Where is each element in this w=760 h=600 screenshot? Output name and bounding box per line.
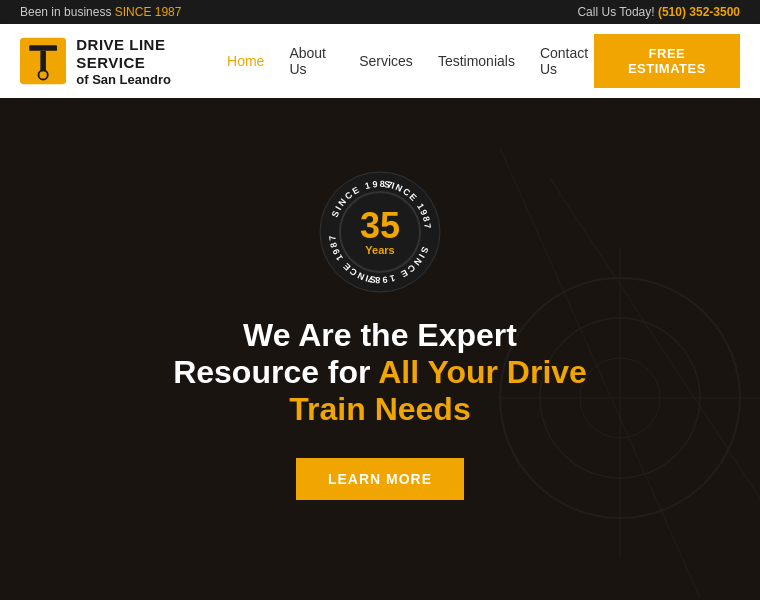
badge-inner: 35 Years <box>339 191 421 273</box>
free-estimates-button[interactable]: FREE ESTIMATES <box>594 34 740 88</box>
headline-line3: Train Needs <box>173 391 587 428</box>
header: DRIVE LINE SERVICE of San Leandro Home A… <box>0 24 760 98</box>
headline-line2: Resource for All Your Drive <box>173 354 587 391</box>
phone-number[interactable]: (510) 352-3500 <box>658 5 740 19</box>
top-bar-right: Call Us Today! (510) 352-3500 <box>577 5 740 19</box>
brand-name: DRIVE LINE SERVICE <box>76 36 227 72</box>
headline-line2-plain: Resource for <box>173 354 378 390</box>
badge-number: 35 <box>360 208 400 244</box>
svg-rect-1 <box>29 45 57 51</box>
nav-about[interactable]: About Us <box>289 45 334 77</box>
nav-testimonials[interactable]: Testimonials <box>438 53 515 69</box>
badge-years: Years <box>365 244 394 256</box>
anniversary-badge: SINCE 1987 SINCE 1987 SINCE 1987 SINCE 1… <box>315 167 445 297</box>
nav-home[interactable]: Home <box>227 53 264 69</box>
headline-line1: We Are the Expert <box>173 317 587 354</box>
svg-rect-2 <box>40 51 46 71</box>
hero-section: SINCE 1987 SINCE 1987 SINCE 1987 SINCE 1… <box>0 98 760 600</box>
logo-text: DRIVE LINE SERVICE of San Leandro <box>76 36 227 87</box>
hero-content: SINCE 1987 SINCE 1987 SINCE 1987 SINCE 1… <box>173 167 587 500</box>
logo-icon <box>20 36 66 86</box>
learn-more-button[interactable]: LEARN MORE <box>296 458 464 500</box>
main-nav: Home About Us Services Testimonials Cont… <box>227 45 594 77</box>
top-bar: Been in business SINCE 1987 Call Us Toda… <box>0 0 760 24</box>
top-bar-left: Been in business SINCE 1987 <box>20 5 181 19</box>
headline-line2-highlight: All Your Drive <box>378 354 587 390</box>
nav-contact[interactable]: Contact Us <box>540 45 594 77</box>
nav-services[interactable]: Services <box>359 53 413 69</box>
since-label: SINCE 1987 <box>115 5 182 19</box>
logo-area: DRIVE LINE SERVICE of San Leandro <box>20 36 227 87</box>
sub-name: of San Leandro <box>76 72 227 87</box>
hero-headline: We Are the Expert Resource for All Your … <box>173 317 587 428</box>
